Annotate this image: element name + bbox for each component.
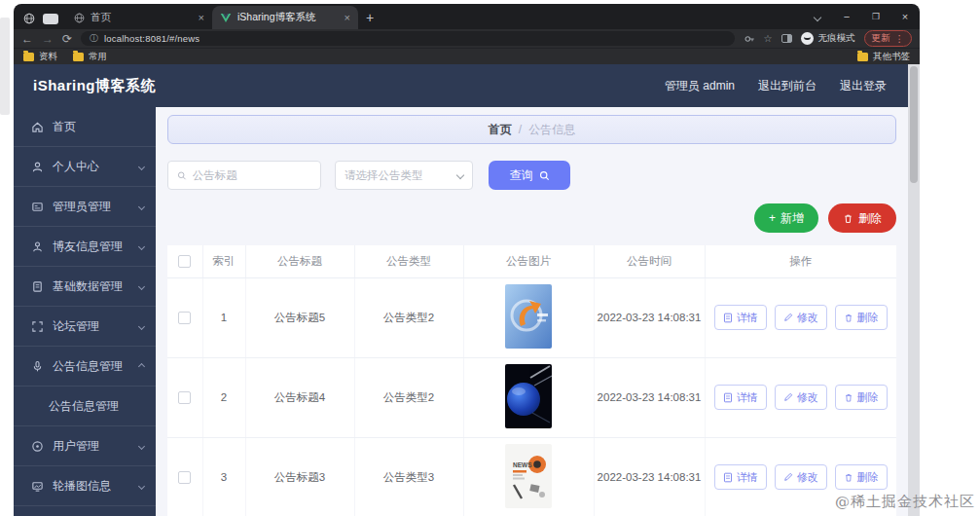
sidebar-item-announcement[interactable]: 公告信息管理: [14, 347, 156, 387]
column-ops: 操作: [705, 245, 896, 277]
sidebar-item-blogger-info[interactable]: 博友信息管理: [14, 227, 156, 267]
edit-button[interactable]: 修改: [775, 305, 827, 330]
row-checkbox[interactable]: [178, 391, 191, 404]
edit-pencil-icon: [783, 472, 793, 482]
edit-button[interactable]: 修改: [775, 464, 827, 490]
select-all-checkbox[interactable]: [178, 255, 191, 268]
add-button[interactable]: + 新增: [754, 203, 818, 233]
back-button[interactable]: ←: [21, 33, 33, 45]
exit-to-front-link[interactable]: 退出到前台: [758, 78, 817, 94]
sidebar-item-label: 基础数据管理: [53, 278, 130, 295]
logged-in-user: 管理员 admin: [665, 78, 735, 94]
title-search-field[interactable]: [167, 161, 321, 190]
site-info-icon[interactable]: ⓘ: [90, 32, 98, 45]
other-bookmarks[interactable]: 其他书签: [857, 51, 910, 63]
detail-label: 详情: [737, 470, 758, 485]
cell-type: 公告类型2: [354, 357, 463, 437]
column-image: 公告图片: [463, 245, 594, 277]
row-checkbox[interactable]: [178, 312, 191, 324]
sidebar-item-forum[interactable]: 论坛管理: [14, 307, 156, 347]
bookmark-label: 资料: [39, 51, 57, 63]
globe-icon: [74, 13, 85, 23]
row-delete-button[interactable]: 删除: [835, 464, 888, 490]
detail-button[interactable]: 详情: [714, 464, 767, 490]
breadcrumb-home[interactable]: 首页: [489, 122, 512, 138]
row-delete-button[interactable]: 删除: [835, 385, 888, 410]
tab-close-icon[interactable]: ×: [345, 12, 350, 23]
sidebar-item-home[interactable]: 首页: [14, 107, 156, 147]
row-delete-button[interactable]: 删除: [835, 305, 888, 330]
bookmark-label: 其他书签: [873, 51, 910, 63]
tab-search-chevron[interactable]: [803, 11, 832, 22]
column-type: 公告类型: [354, 245, 463, 277]
window-controls: − ❐ ×: [803, 4, 920, 29]
sidebar: 首页 个人中心: [14, 107, 156, 516]
search-icon: [539, 170, 550, 181]
filter-bar: 请选择公告类型 查询: [167, 161, 896, 190]
detail-button[interactable]: 详情: [714, 385, 767, 410]
sidebar-item-label: 公告信息管理: [49, 398, 144, 415]
logout-link[interactable]: 退出登录: [840, 78, 887, 94]
maximize-button[interactable]: ❐: [861, 12, 890, 21]
app-header: iSharing博客系统 管理员 admin 退出到前台 退出登录: [14, 64, 908, 107]
chevron-down-icon: [138, 242, 145, 249]
sidebar-item-carousel[interactable]: 轮播图信息: [14, 466, 156, 506]
bookmark-folder-changyong[interactable]: 常用: [73, 51, 107, 63]
announcement-image-news-megaphone: NEWS: [505, 444, 552, 508]
tab-group-icon[interactable]: [43, 14, 58, 24]
type-select[interactable]: 请选择公告类型: [335, 161, 473, 190]
table-row: 3 公告标题3 公告类型3: [167, 437, 896, 516]
browser-menu-icon[interactable]: ⋮: [895, 33, 905, 44]
address-bar[interactable]: ⓘ localhost:8081/#/news: [81, 31, 734, 46]
scrollbar-thumb[interactable]: [910, 66, 918, 183]
tab-home[interactable]: 首页 ×: [66, 6, 212, 29]
query-button[interactable]: 查询: [489, 161, 570, 190]
announcements-table: 索引 公告标题 公告类型 公告图片 公告时间 操作: [167, 245, 896, 516]
sidebar-item-personal-center[interactable]: 个人中心: [14, 147, 156, 187]
detail-button[interactable]: 详情: [714, 305, 767, 330]
edit-button[interactable]: 修改: [775, 385, 827, 410]
folder-icon: [73, 53, 84, 61]
folder-icon: [857, 53, 868, 61]
chrome-update-chip[interactable]: 更新 ⋮: [864, 30, 913, 47]
corner-brackets-icon: [31, 320, 44, 333]
tab-close-icon[interactable]: ×: [199, 12, 204, 23]
sidebar-item-user-management[interactable]: 用户管理: [14, 426, 156, 466]
bookmark-star-icon[interactable]: ☆: [764, 33, 773, 44]
chevron-down-icon: [138, 163, 145, 169]
forward-button[interactable]: →: [42, 33, 54, 45]
home-icon: [31, 121, 44, 133]
announcement-image-globe: [505, 364, 552, 428]
side-panel-icon[interactable]: [781, 34, 792, 43]
refresh-button[interactable]: ⟳: [62, 33, 72, 45]
delete-button[interactable]: 删除: [828, 203, 896, 233]
sidebar-item-admin-management[interactable]: 管理员管理: [14, 187, 156, 227]
sidebar-item-label: 论坛管理: [53, 318, 130, 335]
row-checkbox[interactable]: [178, 471, 191, 484]
tab-isharing[interactable]: iSharing博客系统 ×: [212, 6, 358, 29]
trash-icon: [844, 392, 853, 403]
bookmark-folder-ziliao[interactable]: 资料: [23, 51, 57, 63]
breadcrumb: 首页 / 公告信息: [167, 115, 896, 144]
announcement-image-blue-arrow: [505, 284, 552, 349]
new-tab-button[interactable]: +: [358, 10, 383, 29]
detail-label: 详情: [737, 390, 758, 405]
row-delete-label: 删除: [857, 390, 879, 405]
minimize-button[interactable]: −: [832, 11, 861, 22]
user-icon: [31, 161, 44, 173]
globe-icon[interactable]: [23, 13, 35, 24]
screen-edge-artifact: [0, 18, 10, 115]
password-key-icon[interactable]: [744, 33, 755, 45]
trash-icon: [844, 472, 853, 483]
search-input[interactable]: [193, 169, 311, 181]
incognito-indicator: 无痕模式: [801, 32, 855, 45]
delete-label: 删除: [858, 210, 882, 227]
close-button[interactable]: ×: [890, 11, 920, 22]
edit-pencil-icon: [783, 313, 793, 322]
sidebar-item-base-data[interactable]: 基础数据管理: [14, 267, 156, 307]
sidebar-subitem-announcement-info[interactable]: 公告信息管理: [14, 387, 156, 426]
cell-time: 2022-03-23 14:08:31: [594, 357, 705, 437]
sidebar-item-label: 首页: [53, 119, 144, 135]
column-title: 公告标题: [245, 245, 354, 277]
page-scrollbar[interactable]: [908, 64, 920, 516]
